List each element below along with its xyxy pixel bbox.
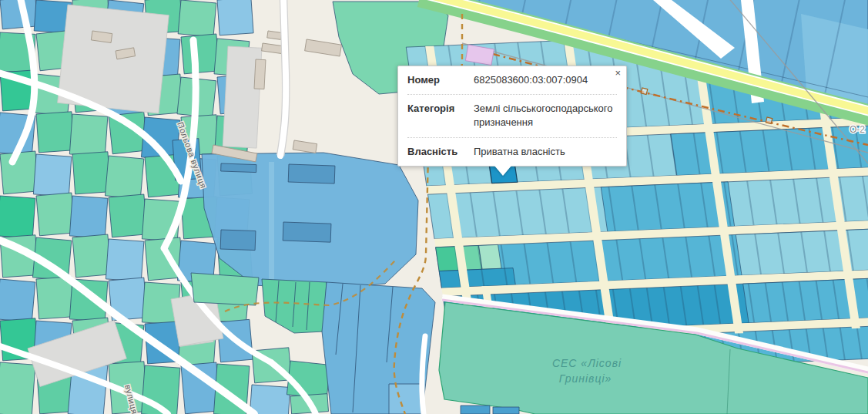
parcel-info-popup: × Номер 6825083600:03:007:0904 Категорія… — [397, 66, 627, 167]
building — [254, 59, 266, 89]
cadastral-map-app: Польова вулиця вулиця О-2 СЕС «Лісові Гр… — [0, 0, 868, 414]
popup-value-number: 6825083600:03:007:0904 — [474, 73, 617, 87]
popup-value-ownership: Приватна власність — [474, 145, 617, 159]
popup-row-number: Номер 6825083600:03:007:0904 — [407, 66, 617, 94]
building — [267, 31, 282, 39]
popup-value-category: Землі сільськогосподарського призначення — [474, 102, 617, 130]
popup-close-button[interactable]: × — [615, 67, 621, 79]
popup-label-number: Номер — [407, 73, 468, 87]
popup-row-category: Категорія Землі сільськогосподарського п… — [407, 94, 617, 136]
popup-label-ownership: Власність — [407, 145, 468, 159]
map-canvas[interactable]: Польова вулиця вулиця О-2 СЕС «Лісові Гр… — [0, 0, 868, 414]
popup-row-ownership: Власність Приватна власність — [407, 137, 617, 166]
popup-label-category: Категорія — [407, 102, 468, 130]
solar-station-label-line2: Гринівці» — [559, 372, 612, 385]
solar-station-label-line1: СЕС «Лісові — [552, 357, 622, 369]
road-code-label: О-2 — [850, 124, 865, 135]
